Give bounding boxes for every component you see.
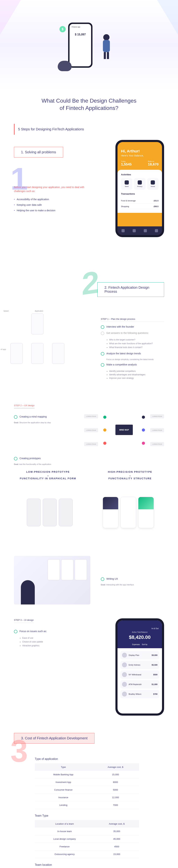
activity-tile: Invest [147, 178, 158, 190]
big-number-2: 2 [82, 264, 99, 302]
avatar-icon [122, 653, 127, 658]
table-row: Lending7000 [35, 801, 139, 809]
transaction-row: Food & beverage-151.5 [121, 198, 158, 204]
list-item: ATM Replenish$1,000 [120, 680, 159, 688]
tab-expenses: Expenses [132, 644, 140, 646]
step-3-ui-section: STEP 3 – UI design Focus on issues such … [0, 612, 178, 722]
activity-tile: Privacy [134, 178, 145, 190]
step-item: Interview with the founder [101, 325, 164, 329]
hifi-prototype-image [92, 487, 164, 538]
step-2-ux-section: STEP 2 – UX design Creating a mind mappi… [0, 397, 178, 451]
step-note: Focus on design simplicity, considering … [107, 358, 164, 361]
hero-phone-balance: $ 15,097 [71, 33, 89, 36]
hero-phone-mockup: Finance app $ 15,097 [68, 23, 92, 68]
check-icon [101, 578, 104, 581]
check-icon [101, 325, 104, 329]
wireframe-screen [31, 343, 43, 364]
mindmap-node: LOREM IPSUM [84, 414, 98, 418]
phone3-list: Display Plan$9,000 Emily Holmes$5,500 NY… [118, 648, 162, 702]
prototype-section: Creating prototypes Goal: test the funct… [0, 451, 178, 549]
svg-rect-3 [107, 52, 109, 59]
wireframe-diagram: Application logo of app Splash [0, 310, 77, 379]
lofi-phone [27, 499, 41, 526]
phone3-tabs: Expenses Sort by [118, 644, 162, 648]
section-1-heading: 1. Solving all problems [14, 147, 63, 157]
table-cell: Local design company [35, 835, 94, 843]
user-icon [155, 229, 158, 232]
activity-tile: Send [121, 178, 132, 190]
lofi-phone [59, 499, 73, 526]
table-row: Mobile Banking App15,000 [35, 771, 139, 778]
phone-mockup-3: In & Out Active Total Balance $8,420.00 … [115, 618, 164, 716]
issue-item: Ease of use [22, 636, 105, 640]
person-illustration [98, 33, 115, 61]
section-3: 3. Cost of Fintech Application Developme… [0, 722, 178, 868]
stats-icon [132, 229, 136, 232]
avatar-icon [122, 672, 127, 677]
table-cell: 15,000 [92, 771, 139, 778]
list-item: Emily Holmes$5,500 [120, 661, 159, 669]
focus-heading: Focus on issues such as: [14, 630, 105, 633]
balance-label: Today [121, 160, 131, 162]
transactions-title: Transactions [121, 192, 158, 195]
table-cell: 5000 [92, 786, 139, 794]
step-item: Make a competitive analysis [101, 363, 164, 367]
wireframe-label: Application [35, 310, 43, 312]
send-icon [125, 180, 129, 185]
table-cell: 8000 [92, 778, 139, 786]
goal-text: Goal: Interacting with the app interface [101, 584, 134, 586]
proto-col-heading: LOW-PRECISION PROTOTYPE [14, 470, 82, 473]
table-cell: Insurance [35, 794, 92, 801]
big-number-3: 3 [10, 733, 28, 769]
phone-subtitle: Here's Your Balance, [121, 154, 158, 157]
table-cell: Freelance [35, 843, 94, 850]
step-item: Get answers to the following questions: [101, 332, 164, 335]
page-title-section: What Could Be the Design Challenges of F… [0, 90, 178, 119]
table-cell: 15,000 [94, 850, 139, 858]
table-2-title: Team Type [35, 814, 164, 817]
sub-question: Who is the target customer? [109, 338, 164, 342]
table-cell: Investment App [35, 778, 92, 786]
transaction-row: Shopping-200.5 [121, 204, 158, 209]
sub-bullet-list: Identify potential competitors Identify … [107, 369, 164, 380]
proto-col-left: LOW-PRECISION PROTOTYPE = FUNCTIONALITY … [14, 470, 82, 481]
steps-heading: 5 Steps for Designing FinTech Applicatio… [14, 124, 164, 135]
list-item: NY Withdrawal$500 [120, 671, 159, 679]
table-row: In-house team35,000 [35, 828, 139, 835]
lofi-phone [43, 499, 57, 526]
avatar-icon [122, 682, 127, 687]
list-item: Bradley Wilson$700 [120, 690, 159, 698]
mindmap-node: LOREM IPSUM [150, 428, 164, 432]
balance-value: 18,670 [148, 162, 158, 166]
step-3-label: STEP 3 – UI design [14, 619, 34, 623]
equals-sign: = [14, 475, 82, 477]
hero-illustration: $ Finance app $ 15,097 [58, 19, 120, 71]
cost-table-app-type: TypeAverage cost, $ Mobile Banking App15… [35, 763, 139, 809]
check-icon [14, 457, 18, 460]
section-1: 1. Solving all problems 1 Before you sta… [0, 140, 178, 258]
sub-question: What financial tools does it contain? [109, 345, 164, 349]
sub-bullet: Identify potential competitors [109, 369, 164, 373]
table-3-title: Team location [35, 863, 164, 866]
avatar-icon [122, 662, 127, 667]
svg-rect-2 [104, 52, 106, 59]
ux-illustration [14, 556, 90, 604]
big-number-1: 1 [10, 161, 28, 197]
mindmap-dot [103, 442, 107, 445]
sub-question-list: Who is the target customer? What are the… [107, 338, 164, 349]
phone-greeting: Hi, Arthur! [121, 149, 158, 153]
check-icon [101, 363, 104, 367]
table-cell: Outsourcing agency [35, 850, 94, 858]
dollar-icon: $ [59, 26, 66, 32]
wireframe-screen [52, 343, 64, 364]
table-1-title: Type of application [35, 757, 164, 761]
tab-sort: Sort by [142, 644, 147, 646]
ux-writing-section: Writing UX Goal: Interacting with the ap… [0, 549, 178, 612]
table-row: Outsourcing agency15,000 [35, 850, 139, 858]
decor-triangle-left [0, 0, 21, 35]
check-icon [14, 415, 18, 419]
issue-list: Ease of use Choice of color palette Attr… [20, 636, 105, 648]
table-cell: Consumer finance [35, 786, 92, 794]
goal-text: Goal: test the functionality of the appl… [14, 463, 164, 465]
phone3-app-title: In & Out [121, 627, 158, 629]
